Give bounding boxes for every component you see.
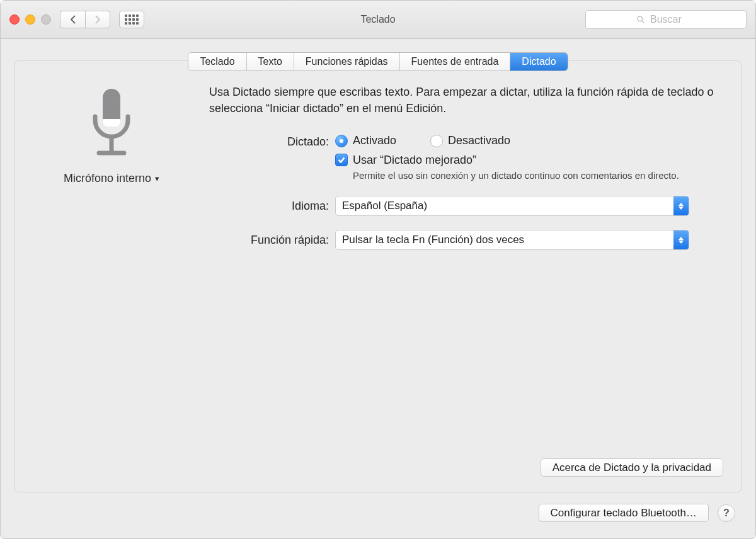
- dictation-row-label: Dictado:: [209, 134, 329, 149]
- dictation-controls: Activado Desactivado: [335, 134, 723, 182]
- toolbar: Teclado: [1, 1, 755, 39]
- tab-teclado[interactable]: Teclado: [188, 53, 246, 71]
- language-value: Español (España): [336, 200, 673, 212]
- dictation-on-label: Activado: [353, 134, 396, 147]
- preferences-window: Teclado Teclado Texto Funciones rápidas …: [0, 0, 756, 539]
- content-area: Teclado Texto Funciones rápidas Fuentes …: [1, 39, 755, 538]
- forward-button[interactable]: [85, 11, 110, 28]
- window-footer: Configurar teclado Bluetooth… ?: [14, 492, 742, 525]
- back-button[interactable]: [60, 11, 85, 28]
- search-input[interactable]: [649, 13, 696, 26]
- dictation-off-radio[interactable]: Desactivado: [430, 134, 510, 147]
- select-caret-icon: [673, 230, 689, 249]
- settings-form: Dictado: Activado Desactivado: [209, 134, 723, 250]
- check-icon: [338, 156, 345, 164]
- chevron-down-icon: ▾: [155, 174, 159, 183]
- tab-bar: Teclado Texto Funciones rápidas Fuentes …: [15, 52, 741, 71]
- tab-funciones-rapidas[interactable]: Funciones rápidas: [294, 53, 400, 71]
- enhanced-dictation-checkbox[interactable]: [335, 154, 348, 166]
- privacy-button[interactable]: Acerca de Dictado y la privacidad: [541, 458, 723, 477]
- radio-on-icon: [335, 135, 348, 147]
- language-select[interactable]: Español (España): [335, 196, 689, 216]
- main-row: Micrófono interno ▾ Usa Dictado siempre …: [33, 84, 723, 250]
- microphone-label: Micrófono interno: [64, 172, 151, 185]
- search-field[interactable]: [585, 10, 747, 29]
- enhanced-dictation-sub: Permite el uso sin conexión y un dictado…: [353, 169, 679, 182]
- svg-line-1: [642, 21, 644, 23]
- tab-dictado[interactable]: Dictado: [510, 53, 567, 71]
- microphone-selector[interactable]: Micrófono interno ▾: [64, 172, 159, 185]
- enhanced-dictation-text: Usar “Dictado mejorado” Permite el uso s…: [353, 154, 679, 182]
- radio-off-icon: [430, 135, 443, 147]
- shortcut-select[interactable]: Pulsar la tecla Fn (Función) dos veces: [335, 230, 689, 250]
- tab-fuentes-de-entrada[interactable]: Fuentes de entrada: [400, 53, 511, 71]
- shortcut-row-label: Función rápida:: [209, 230, 329, 247]
- chevron-right-icon: [94, 15, 101, 24]
- language-row-label: Idioma:: [209, 196, 329, 213]
- tab-texto[interactable]: Texto: [247, 53, 294, 71]
- nav-buttons: [60, 11, 110, 28]
- settings-column: Usa Dictado siempre que escribas texto. …: [209, 84, 723, 250]
- select-caret-icon: [673, 196, 689, 215]
- tab-bar-inner: Teclado Texto Funciones rápidas Fuentes …: [188, 52, 568, 71]
- bluetooth-keyboard-button[interactable]: Configurar teclado Bluetooth…: [539, 504, 709, 522]
- search-icon: [636, 15, 645, 24]
- show-all-button[interactable]: [119, 11, 144, 28]
- dictation-off-label: Desactivado: [448, 134, 510, 147]
- window-controls: [9, 14, 51, 25]
- shortcut-value: Pulsar la tecla Fn (Función) dos veces: [336, 234, 673, 246]
- chevron-left-icon: [69, 15, 77, 24]
- grid-icon: [125, 14, 139, 25]
- microphone-icon: [85, 86, 138, 164]
- minimize-window-button[interactable]: [25, 14, 35, 25]
- panel-footer: Acerca de Dictado y la privacidad: [33, 458, 723, 477]
- enhanced-dictation-label: Usar “Dictado mejorado”: [353, 154, 679, 167]
- dictation-on-radio[interactable]: Activado: [335, 134, 396, 147]
- svg-point-0: [638, 16, 643, 21]
- dictation-description: Usa Dictado siempre que escribas texto. …: [209, 84, 723, 116]
- zoom-window-button[interactable]: [41, 14, 51, 25]
- microphone-column: Micrófono interno ▾: [33, 86, 190, 185]
- close-window-button[interactable]: [9, 14, 20, 25]
- help-button[interactable]: ?: [718, 504, 735, 522]
- svg-rect-4: [103, 116, 120, 119]
- tabs-panel: Teclado Texto Funciones rápidas Fuentes …: [14, 60, 742, 492]
